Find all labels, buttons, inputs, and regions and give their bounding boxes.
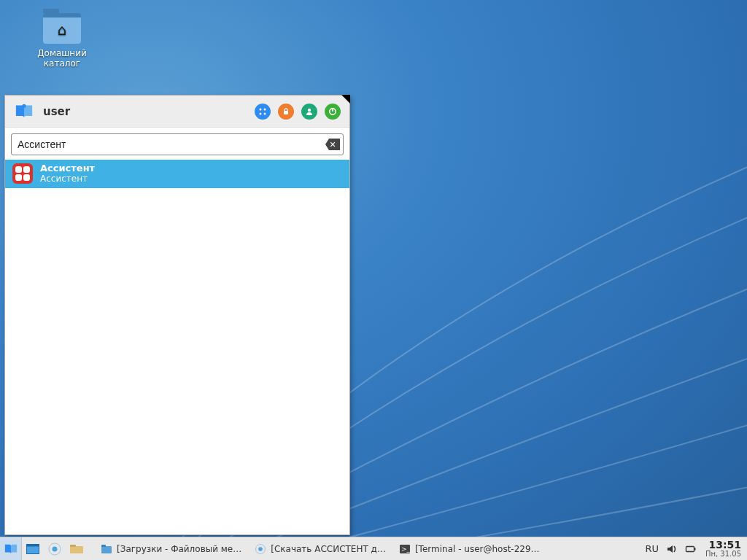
volume-icon[interactable] [666,543,678,555]
home-icon: ⌂ [58,21,67,39]
menu-results: Ассистент Ассистент [5,160,349,534]
result-subtitle: Ассистент [40,174,95,184]
taskbar-tasks: [Загрузки - Файловый ме… [Скачать АССИСТ… [92,537,639,560]
folder-icon: ⌂ [43,13,81,44]
svg-point-2 [264,108,266,110]
result-item-assistent[interactable]: Ассистент Ассистент [5,160,349,188]
menu-search-box: ✕ [11,133,344,155]
clock-date: Пн, 31.05 [705,551,741,559]
svg-point-0 [22,104,26,107]
menu-header: user [5,96,349,128]
task-label: [Скачать АССИСТЕНТ д… [271,544,386,554]
desktop-icon-label: Домашний каталог [37,48,87,69]
logout-button[interactable] [325,104,341,120]
svg-point-1 [260,108,262,110]
svg-rect-5 [284,111,288,114]
svg-point-4 [264,112,266,114]
svg-rect-10 [27,544,39,546]
switch-user-button[interactable] [301,104,317,120]
settings-button[interactable] [255,104,271,120]
battery-icon[interactable] [685,543,697,555]
svg-text:>_: >_ [401,545,411,553]
svg-rect-16 [101,545,106,547]
svg-point-6 [308,108,311,111]
svg-rect-14 [70,545,76,547]
keyboard-layout-indicator[interactable]: RU [645,543,659,554]
svg-rect-13 [70,546,83,553]
application-menu: user ✕ Ассистент Ассистент [4,95,350,535]
app-icon-assistent [12,163,33,184]
svg-point-12 [53,546,58,551]
show-desktop-button[interactable] [22,537,44,561]
session-buttons [255,104,341,120]
task-file-manager[interactable]: [Загрузки - Файловый ме… [95,540,247,559]
svg-rect-15 [101,546,112,553]
taskbar-left [0,537,92,560]
search-clear-button[interactable]: ✕ [325,139,340,150]
taskbar: [Загрузки - Файловый ме… [Скачать АССИСТ… [0,537,747,560]
system-tray: RU [639,537,703,560]
svg-point-3 [260,112,262,114]
folder-icon [101,543,112,555]
clock[interactable]: 13:51 Пн, 31.05 [703,537,747,560]
task-label: [Terminal - user@host-229… [415,544,540,554]
svg-rect-21 [686,546,694,551]
menu-logo-icon [14,103,34,120]
task-browser[interactable]: [Скачать АССИСТЕНТ д… [249,540,392,559]
task-terminal[interactable]: >_ [Terminal - user@host-229… [393,540,546,559]
menu-search-row: ✕ [5,128,349,160]
browser-icon [255,543,266,555]
terminal-icon: >_ [399,543,411,555]
desktop-icon-home[interactable]: ⌂ Домашний каталог [29,13,95,69]
svg-point-18 [258,547,263,551]
start-menu-button[interactable] [0,537,22,561]
clock-time: 13:51 [705,540,741,551]
launcher-chromium[interactable] [44,537,66,561]
search-input[interactable] [18,139,321,150]
svg-rect-22 [694,548,696,550]
task-label: [Загрузки - Файловый ме… [117,544,241,554]
result-title: Ассистент [40,163,95,174]
menu-username: user [43,105,255,118]
lock-screen-button[interactable] [278,104,294,120]
launcher-files[interactable] [66,537,88,561]
